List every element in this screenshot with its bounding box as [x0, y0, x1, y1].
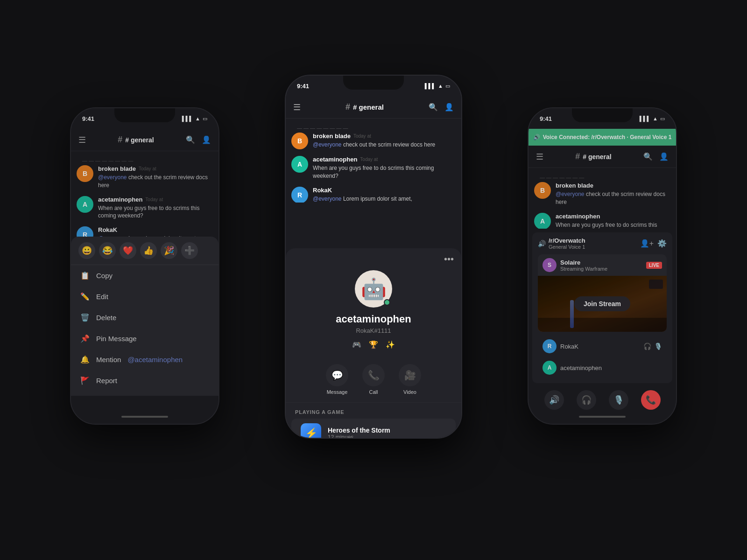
ctx-delete[interactable]: 🗑️ Delete [71, 307, 218, 328]
msg-header-2-center: acetaminophen Today at [313, 156, 456, 163]
join-stream-button[interactable]: Join Stream [574, 296, 630, 311]
search-icon-left[interactable]: 🔍 [186, 135, 195, 144]
call-action-label: Call [369, 389, 378, 395]
profile-tag: RokaK#1111 [286, 327, 461, 334]
signal-icon-r: ▌▌▌ [640, 116, 650, 121]
vc-title-text: /r/Overwatch General Voice 1 [549, 237, 585, 250]
notch-right [572, 108, 633, 122]
voice-dot-icon: 🔊 [533, 134, 540, 140]
headphone-ctrl-btn[interactable]: 🎧 [577, 390, 596, 410]
ctx-copy[interactable]: 📋 Copy [71, 265, 218, 286]
msg-content-1-left: broken blade Today at @everyone check ou… [98, 165, 213, 189]
action-video[interactable]: 🎥 Video [399, 364, 421, 395]
emoji-btn-5[interactable]: 🎉 [161, 242, 177, 259]
avatar-bb-center: B [291, 133, 308, 149]
username-2-center: acetaminophen [313, 156, 357, 163]
signal-icon: ▌▌▌ [182, 116, 193, 121]
nav-bar-left: ☰ # # general 🔍 👤 [71, 129, 218, 151]
time-1-left: Today at [139, 166, 156, 171]
emoji-btn-1[interactable]: 😀 [78, 242, 95, 259]
avatar-roka-center: R [291, 187, 308, 203]
edit-icon: ✏️ [80, 292, 90, 301]
hamburger-icon[interactable]: ☰ [78, 135, 86, 145]
text-1-left: @everyone check out the scrim review doc… [98, 174, 213, 189]
streamer-text: Solaire Streaming Warframe [560, 259, 607, 272]
username-3-center: RokaK [313, 187, 332, 194]
vc-actions: 👤+ ⚙️ [640, 239, 667, 248]
hash-icon-r: # [575, 152, 580, 161]
message-2-center: A acetaminophen Today at When are you gu… [291, 156, 456, 180]
leave-call-btn[interactable]: 📞 [641, 390, 661, 410]
volume-ctrl-btn[interactable]: 🔊 [544, 390, 564, 410]
time-2-center: Today at [360, 157, 378, 162]
voice-connected-banner[interactable]: 🔊 Voice Connected: /r/Overwatch · Genera… [529, 129, 676, 146]
wifi-icon-c: ▲ [438, 83, 443, 89]
truncated-right: — — — — — — — [534, 173, 670, 182]
search-icon-c[interactable]: 🔍 [429, 103, 438, 112]
action-call[interactable]: 📞 Call [362, 364, 385, 395]
text-3-center: @everyone Lorem ipsum dolor sit amet, [313, 195, 456, 203]
ctx-edit[interactable]: ✏️ Edit [71, 286, 218, 307]
battery-icon-r: ▭ [660, 116, 665, 122]
game-card: ⚡ Heroes of the Storm 12 minues [291, 419, 456, 438]
text-2-left: When are you guys free to do scrims this… [98, 204, 213, 220]
msg-content-3-center: RokaK @everyone Lorem ipsum dolor sit am… [313, 187, 456, 203]
text-1-center: @everyone check out the scrim review doc… [313, 141, 456, 149]
end-call-icon: 📞 [646, 395, 656, 405]
context-menu: 😀 😂 ❤️ 👍 🎉 ➕ 📋 Copy ✏️ Edit 🗑️ [71, 237, 218, 396]
ctx-pin[interactable]: 📌 Pin Message [71, 328, 218, 349]
voice-channel-section: 🔊 /r/Overwatch General Voice 1 👤+ ⚙️ [532, 232, 672, 383]
emoji-btn-plus[interactable]: ➕ [181, 242, 198, 259]
vc-user-info-ace: A acetaminophen [543, 361, 602, 375]
home-bar-left [121, 416, 168, 418]
emoji-btn-4[interactable]: 👍 [140, 242, 157, 259]
username-1-right: broken blade [556, 182, 593, 189]
video-action-icon: 🎥 [399, 364, 421, 386]
more-options-icon[interactable]: ••• [444, 254, 454, 265]
emoji-reaction-row: 😀 😂 ❤️ 👍 🎉 ➕ [71, 237, 218, 265]
emoji-btn-3[interactable]: ❤️ [120, 242, 136, 259]
scene: 9:41 ▌▌▌ ▲ ▭ ☰ # # general 🔍 👤 [47, 47, 700, 513]
action-message[interactable]: 💬 Message [326, 364, 348, 395]
avatar-bb-left: B [77, 165, 93, 182]
add-member-icon[interactable]: 👤+ [640, 239, 654, 248]
live-badge: LIVE [646, 262, 662, 269]
home-indicator-left [71, 410, 218, 424]
mic-icon-roka: 🎙️ [654, 343, 662, 350]
status-time-left: 9:41 [82, 115, 94, 122]
members-icon-c[interactable]: 👤 [444, 103, 454, 112]
members-icon-left[interactable]: 👤 [202, 135, 211, 144]
nav-icons-left: 🔍 👤 [186, 135, 211, 144]
vc-icons-roka: 🎧 🎙️ [643, 343, 662, 350]
ctx-report[interactable]: 🚩 Report [71, 370, 218, 391]
emoji-btn-2[interactable]: 😂 [99, 242, 116, 259]
search-icon-r[interactable]: 🔍 [643, 152, 653, 161]
vc-channel-name: General Voice 1 [549, 244, 585, 250]
message-2-left: A acetaminophen Today at When are you gu… [77, 196, 213, 220]
members-icon-r[interactable]: 👤 [659, 152, 669, 161]
hamburger-icon-c[interactable]: ☰ [293, 102, 301, 112]
bottom-controls: 🔊 🎧 🎙️ 📞 [529, 390, 676, 410]
notch-center [343, 76, 404, 90]
time-2-left: Today at [145, 197, 163, 202]
status-time-right: 9:41 [540, 115, 552, 122]
msg-content-2-center: acetaminophen Today at When are you guys… [313, 156, 456, 180]
hamburger-icon-r[interactable]: ☰ [536, 152, 543, 162]
streamer-header: S Solaire Streaming Warframe LIVE [538, 254, 667, 276]
game-info: Heroes of the Storm 12 minues [328, 427, 390, 438]
ctx-mention-label: Mention [96, 356, 121, 364]
popup-header: ••• [286, 248, 461, 270]
msg-header-1-center: broken blade Today at [313, 133, 456, 140]
ctx-mention[interactable]: 🔔 Mention @acetaminophen [71, 349, 218, 370]
truncated-center: — — — — — — — — [291, 123, 456, 133]
settings-icon[interactable]: ⚙️ [657, 239, 667, 248]
mention-r1: @everyone [556, 191, 585, 197]
status-icons-center: ▌▌▌ ▲ ▭ [425, 83, 450, 89]
game-time: 12 minues [328, 434, 390, 438]
mic-ctrl-btn[interactable]: 🎙️ [609, 390, 628, 410]
vc-header: 🔊 /r/Overwatch General Voice 1 👤+ ⚙️ [538, 237, 667, 250]
avatar-ace-right: A [534, 213, 551, 229]
mic-ctrl-icon: 🎙️ [613, 395, 624, 405]
ctx-report-label: Report [96, 377, 117, 385]
nav-icons-right: 🔍 👤 [643, 152, 669, 161]
